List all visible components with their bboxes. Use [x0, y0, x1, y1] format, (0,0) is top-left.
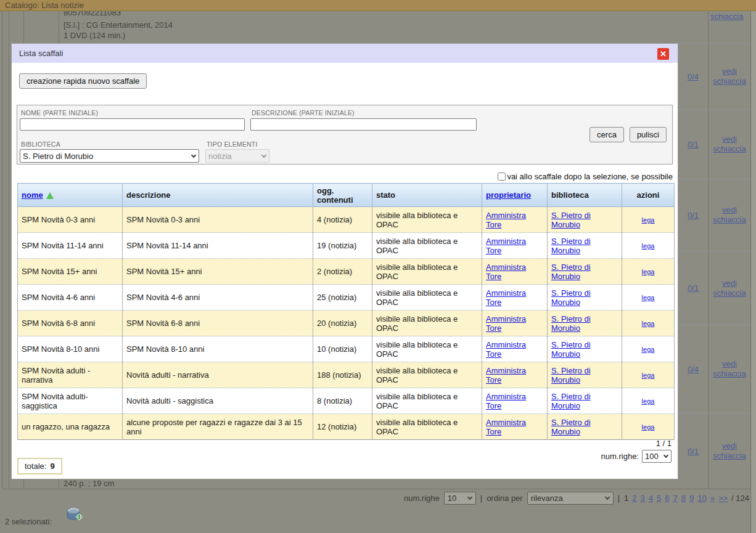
- cell-nome: SPM Novità 4-6 anni: [18, 285, 123, 311]
- tipo-elementi-label: TIPO ELEMENTI: [207, 140, 258, 148]
- vedi-link[interactable]: vedi: [722, 441, 737, 451]
- descrizione-input[interactable]: [250, 118, 477, 131]
- biblioteca-label: BIBLIOTECA: [21, 140, 60, 148]
- cerca-button[interactable]: cerca: [590, 127, 624, 142]
- proprietario-link[interactable]: Amministra Tore: [486, 237, 526, 255]
- goto-shelf-checkbox[interactable]: [498, 173, 506, 181]
- num-righe-select[interactable]: 100: [642, 450, 672, 463]
- page-link[interactable]: 10: [697, 494, 706, 503]
- schiaccia-link[interactable]: schiaccia: [713, 144, 746, 154]
- biblioteca-link[interactable]: S. Pietro di Morubio: [551, 211, 591, 229]
- lega-link[interactable]: lega: [642, 346, 655, 353]
- count-link[interactable]: 0/1: [688, 211, 699, 220]
- lega-link[interactable]: lega: [642, 423, 655, 431]
- cell-descrizione: SPM Novità 4-6 anni: [123, 285, 313, 311]
- schiaccia-link[interactable]: schiaccia: [713, 451, 746, 461]
- count-link[interactable]: 0/1: [688, 140, 699, 149]
- lega-link[interactable]: lega: [642, 268, 655, 275]
- nome-input[interactable]: [20, 118, 245, 131]
- proprietario-link[interactable]: Amministra Tore: [486, 262, 526, 281]
- schiaccia-link[interactable]: schiaccia: [713, 369, 746, 379]
- ordina-per-label: ordina per: [487, 494, 523, 503]
- page-link[interactable]: 5: [657, 494, 661, 503]
- proprietario-link[interactable]: Amministra Tore: [486, 314, 526, 333]
- vedi-link[interactable]: vedi: [722, 359, 737, 369]
- proprietario-link[interactable]: Amministra Tore: [486, 211, 526, 229]
- num-righe-label: num.righe:: [601, 452, 639, 461]
- sort-by-proprietario-link[interactable]: proprietario: [486, 190, 531, 200]
- count-link[interactable]: 0/1: [688, 283, 699, 293]
- chevron-down-icon: [664, 453, 668, 458]
- col-header-nome: nome: [18, 184, 123, 207]
- biblioteca-link[interactable]: S. Pietro di Morubio: [551, 366, 591, 384]
- count-link[interactable]: 0/4: [688, 365, 699, 374]
- lega-link[interactable]: lega: [642, 397, 655, 405]
- count-link[interactable]: 0/1: [688, 447, 699, 456]
- close-icon: ✕: [660, 49, 667, 59]
- proprietario-link[interactable]: Amministra Tore: [486, 366, 526, 384]
- cell-nome: SPM Novità 11-14 anni: [18, 233, 123, 259]
- page-link[interactable]: 8: [681, 494, 686, 503]
- vedi-link[interactable]: vedi: [722, 134, 737, 144]
- result-row-actions: 0/4 vedi schiaccia: [678, 43, 751, 109]
- cell-stato: visibile alla biblioteca e OPAC: [372, 285, 482, 311]
- page-link[interactable]: 3: [641, 494, 645, 503]
- add-to-basket-icon[interactable]: [66, 505, 83, 524]
- ordina-per-select[interactable]: rilevanza: [527, 492, 614, 505]
- schiaccia-link[interactable]: schiaccia: [713, 76, 746, 86]
- biblioteca-link[interactable]: S. Pietro di Morubio: [551, 392, 591, 410]
- page-link[interactable]: 9: [689, 494, 694, 503]
- grid-line: [2, 11, 2, 489]
- vedi-link[interactable]: vedi: [722, 279, 737, 288]
- schiaccia-link[interactable]: schiaccia: [713, 288, 746, 298]
- pulisci-button[interactable]: pulisci: [630, 127, 667, 142]
- proprietario-link[interactable]: Amministra Tore: [486, 288, 526, 307]
- dialog-title-bar: Lista scaffali: [12, 44, 678, 63]
- rows-per-page-control: num.righe: 100: [601, 450, 672, 463]
- next-pages-link[interactable]: »: [710, 494, 715, 503]
- proprietario-link[interactable]: Amministra Tore: [486, 392, 526, 410]
- page-link[interactable]: 7: [673, 494, 677, 503]
- biblioteca-link[interactable]: S. Pietro di Morubio: [551, 262, 591, 281]
- vedi-link[interactable]: vedi: [722, 67, 737, 76]
- page-link[interactable]: 6: [665, 494, 669, 503]
- lega-link[interactable]: lega: [642, 372, 655, 379]
- biblioteca-link[interactable]: S. Pietro di Morubio: [551, 340, 591, 359]
- table-row: SPM Novità 6-8 anni SPM Novità 6-8 anni …: [18, 311, 675, 336]
- cell-stato: visibile alla biblioteca e OPAC: [372, 259, 482, 285]
- count-link[interactable]: 0/4: [688, 72, 699, 81]
- proprietario-link[interactable]: Amministra Tore: [486, 340, 526, 359]
- biblioteca-link[interactable]: S. Pietro di Morubio: [551, 237, 591, 255]
- page-link[interactable]: 4: [649, 494, 653, 503]
- lega-link[interactable]: lega: [642, 242, 655, 250]
- lega-link[interactable]: lega: [642, 320, 655, 327]
- lega-link[interactable]: lega: [642, 294, 655, 301]
- schiaccia-link[interactable]: schiaccia: [710, 12, 743, 21]
- table-row: SPM Novità adulti- saggistica Novità adu…: [18, 388, 675, 414]
- biblioteca-link[interactable]: S. Pietro di Morubio: [551, 418, 591, 436]
- sort-by-nome-link[interactable]: nome: [22, 190, 43, 200]
- page-link[interactable]: 2: [632, 494, 636, 503]
- vedi-link[interactable]: vedi: [722, 205, 737, 215]
- col-header-stato: stato: [372, 184, 482, 207]
- num-righe-label: num.righe: [404, 494, 440, 503]
- record-publisher: [S.l.] : CG Entertainment, 2014: [64, 20, 173, 30]
- close-button[interactable]: ✕: [657, 48, 669, 60]
- search-form: NOME (PARTE INIZIALE) DESCRIZIONE (PARTE…: [17, 105, 673, 165]
- cell-nome: SPM Novità 6-8 anni: [18, 311, 123, 336]
- num-righe-select[interactable]: 10: [444, 492, 476, 505]
- page-scrollbar[interactable]: [750, 11, 756, 533]
- biblioteca-link[interactable]: S. Pietro di Morubio: [551, 314, 591, 333]
- lega-link[interactable]: lega: [642, 216, 655, 224]
- table-row: SPM Novità adulti - narrativa Novità adu…: [18, 362, 675, 388]
- record-extent: 1 DVD (124 min.): [64, 31, 125, 40]
- schiaccia-link[interactable]: schiaccia: [713, 215, 746, 225]
- quick-create-shelf-button[interactable]: creazione rapida nuovo scaffale: [19, 73, 147, 89]
- cell-ogg: 12 (notizia): [313, 414, 372, 440]
- biblioteca-select[interactable]: S. Pietro di Morubio: [20, 149, 199, 163]
- biblioteca-link[interactable]: S. Pietro di Morubio: [551, 288, 591, 307]
- proprietario-link[interactable]: Amministra Tore: [486, 418, 526, 436]
- page-indicator: 1 / 1: [656, 439, 672, 448]
- separator: |: [618, 494, 620, 503]
- last-page-link[interactable]: >>: [718, 494, 728, 503]
